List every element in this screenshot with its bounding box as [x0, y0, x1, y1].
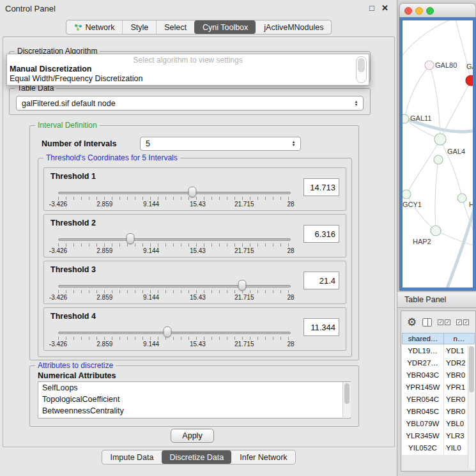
network-node[interactable]: [403, 114, 409, 123]
float-window-icon[interactable]: □: [369, 3, 374, 13]
popup-scroll-thumb[interactable]: [358, 58, 365, 72]
tab-impute-data[interactable]: Impute Data: [102, 450, 161, 464]
table-scroll-thumb[interactable]: [469, 346, 474, 392]
tick-label: 15.43: [190, 247, 206, 254]
thresholds-group: Threshold's Coordinates for 5 Intervals …: [38, 158, 352, 357]
slider-track[interactable]: [58, 238, 291, 241]
slider-track[interactable]: [58, 192, 291, 194]
threshold-label: Threshold 3: [50, 265, 96, 274]
network-node[interactable]: [403, 190, 411, 199]
checkbox-icon: ✓: [438, 319, 443, 325]
number-of-intervals-combobox[interactable]: 5 ▲▼: [140, 137, 301, 151]
network-node[interactable]: [466, 75, 473, 86]
network-node[interactable]: [431, 226, 441, 236]
table-cell[interactable]: YBR045C: [402, 405, 444, 417]
close-icon[interactable]: ✕: [381, 3, 388, 13]
tick-label: -3.426: [49, 247, 67, 254]
slider-thumb[interactable]: [164, 326, 172, 337]
slider-thumb[interactable]: [126, 233, 134, 244]
threshold-value-field[interactable]: 6.316: [303, 225, 339, 243]
tab-label: Cyni Toolbox: [203, 23, 248, 32]
select-columns-icon[interactable]: ✓ ✓: [438, 319, 450, 325]
dropdown-placeholder-item[interactable]: Select algorithm to view settings: [7, 56, 369, 65]
network-node[interactable]: [434, 155, 443, 164]
threshold-value-field[interactable]: 14.713: [303, 178, 339, 196]
slider-track[interactable]: [58, 332, 291, 334]
dropdown-option-manual[interactable]: Manual Discretization: [7, 65, 369, 74]
network-node[interactable]: [457, 194, 466, 203]
slider-thumb[interactable]: [238, 280, 246, 291]
slider-tick-labels: -3.4262.8599.14415.4321.71528: [58, 341, 291, 348]
tick-label: 15.43: [190, 294, 206, 301]
table-row[interactable]: YIL052CYIL0: [402, 441, 475, 454]
gear-icon[interactable]: ⚙: [407, 317, 417, 328]
attribute-list-item[interactable]: TopologicalCoefficient: [38, 394, 341, 405]
numerical-attributes-list[interactable]: SelfLoopsTopologicalCoefficientBetweenne…: [38, 381, 351, 418]
network-node[interactable]: [434, 134, 446, 145]
table-row[interactable]: YDR27…YDR2: [402, 357, 475, 369]
table-row[interactable]: YBL079WYBL0: [402, 417, 475, 429]
table-row[interactable]: YBR043CYBR0: [402, 369, 475, 381]
select-rows-icon[interactable]: ✓ ✓: [456, 319, 469, 325]
tab-jactivemnodules[interactable]: jActiveMNodules: [256, 20, 331, 34]
table-cell[interactable]: YDR27…: [402, 357, 444, 369]
attribute-list-item[interactable]: BetweennessCentrality: [38, 405, 341, 417]
slider-track[interactable]: [58, 285, 291, 288]
threshold-slider[interactable]: -3.4262.8599.14415.4321.71528: [58, 183, 291, 209]
table-row[interactable]: YBR045CYBR0: [402, 405, 475, 417]
table-panel-title: Table Panel: [404, 295, 446, 304]
table-cell[interactable]: YPR145W: [402, 381, 444, 393]
threshold-value-field[interactable]: 11.344: [303, 318, 339, 336]
column-header-name[interactable]: n…: [444, 333, 475, 344]
threshold-value-field[interactable]: 21.4: [303, 272, 339, 289]
table-cell[interactable]: YIL052C: [402, 441, 444, 454]
tick-label: 28: [287, 294, 294, 301]
table-cell[interactable]: YDL19…: [402, 344, 444, 357]
dropdown-option-equal-width[interactable]: Equal Width/Frequency Discretization: [7, 74, 369, 84]
table-row[interactable]: YER054CYER0: [402, 393, 475, 405]
stepper-icon: ▲▼: [352, 100, 360, 107]
tick-label: -3.426: [49, 201, 67, 208]
threshold-slider[interactable]: -3.4262.8599.14415.4321.71528: [58, 277, 291, 302]
tick-label: 9.144: [143, 247, 159, 254]
network-canvas-svg[interactable]: GAL80GAGAL11GAL4GCY1HHAP2: [403, 20, 473, 288]
popup-scrollbar[interactable]: [356, 56, 367, 83]
network-edge: [455, 20, 471, 81]
table-scrollbar[interactable]: [468, 346, 475, 469]
list-scrollbar[interactable]: [342, 382, 351, 417]
list-scroll-thumb[interactable]: [344, 383, 349, 404]
attribute-list-item[interactable]: SelfLoops: [38, 382, 341, 394]
numerical-attributes-label: Numerical Attributes: [38, 371, 116, 380]
node-table-window: ⚙ ✓ ✓ ✓ ✓ shared… n… YDL19…YDL1YDR27…YDR…: [401, 311, 476, 472]
table-row[interactable]: YPR145WYPR1: [402, 381, 475, 393]
network-edge: [406, 194, 436, 231]
table-header-row: shared… n…: [402, 333, 475, 344]
apply-button[interactable]: Apply: [171, 429, 214, 443]
tab-select[interactable]: Select: [156, 20, 194, 34]
network-node[interactable]: [425, 61, 434, 70]
column-header-shared-name[interactable]: shared…: [402, 333, 444, 344]
control-panel-window: Control Panel □ ✕ Network Style Select: [0, 0, 397, 476]
table-cell[interactable]: YER054C: [402, 393, 444, 405]
table-row[interactable]: YDL19…YDL1: [402, 344, 475, 357]
columns-icon[interactable]: [422, 318, 432, 326]
table-data-combobox[interactable]: galFiltered.sif default node ▲▼: [16, 96, 364, 111]
tab-network[interactable]: Network: [66, 20, 123, 34]
table-cell[interactable]: YBL079W: [402, 417, 444, 429]
threshold-slider[interactable]: -3.4262.8599.14415.4321.71528: [58, 230, 291, 256]
tab-style[interactable]: Style: [122, 20, 156, 34]
table-cell[interactable]: YBR043C: [402, 369, 444, 381]
tab-cyni-toolbox[interactable]: Cyni Toolbox: [194, 20, 256, 34]
tab-discretize-data[interactable]: Discretize Data: [162, 450, 232, 464]
close-traffic-light-icon[interactable]: [404, 7, 412, 15]
table-cell[interactable]: YLR345W: [402, 429, 444, 441]
network-node-label: GA: [466, 63, 473, 70]
tab-infer-network[interactable]: Infer Network: [231, 450, 295, 464]
threshold-slider[interactable]: -3.4262.8599.14415.4321.71528: [58, 323, 291, 349]
zoom-traffic-light-icon[interactable]: [426, 7, 434, 15]
table-row[interactable]: YLR345WYLR3: [402, 429, 475, 441]
slider-thumb[interactable]: [188, 187, 197, 197]
minimize-traffic-light-icon[interactable]: [415, 7, 423, 15]
tick-label: 21.715: [234, 341, 254, 348]
tick-label: 28: [287, 247, 294, 254]
